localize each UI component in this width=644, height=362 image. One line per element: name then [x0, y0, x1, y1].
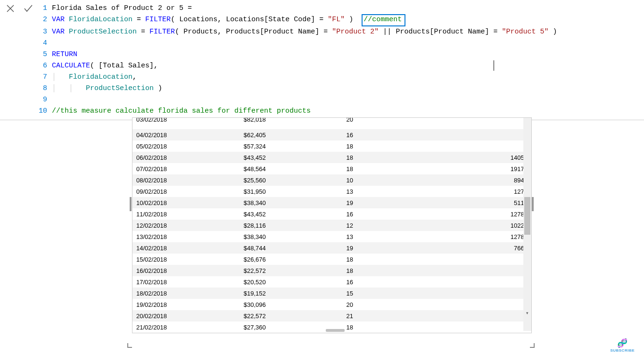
line-number: 7 — [39, 72, 52, 83]
cell-spacer — [357, 276, 469, 288]
cancel-button[interactable] — [6, 4, 15, 13]
inline-comment: //comment — [363, 16, 402, 24]
cell-date: 06/02/2018 — [132, 152, 201, 163]
cell-spacer — [357, 152, 469, 163]
formula-bar: 1 Florida Sales of Product 2 or 5 = 2 VA… — [0, 0, 644, 120]
resize-handle-left[interactable] — [130, 197, 132, 211]
table-row[interactable]: 15/02/2018$26,67618 — [132, 254, 531, 265]
table-row[interactable]: 10/02/2018$38,340195112 — [132, 197, 531, 208]
inline-comment-highlight: //comment — [362, 14, 405, 26]
vertical-scrollbar[interactable] — [523, 118, 531, 331]
table-visual[interactable]: 03/02/2018$82,0182004/02/2018$62,4051605… — [132, 117, 532, 333]
cell-sales: $31,950 — [201, 186, 269, 197]
resize-corner-bottom-right[interactable] — [530, 343, 535, 348]
cell-qty: 12 — [270, 220, 357, 231]
table-row[interactable]: 19/02/2018$30,09620 — [132, 299, 531, 310]
cell-amount — [469, 254, 531, 265]
table-row[interactable]: 07/02/2018$48,5641819170 — [132, 163, 531, 174]
line-number: 10 — [39, 106, 52, 117]
table-row[interactable]: 16/02/2018$22,57218 — [132, 265, 531, 276]
commit-button[interactable] — [24, 4, 33, 13]
table-row[interactable]: 20/02/2018$22,57221 — [132, 310, 531, 321]
cell-spacer — [357, 265, 469, 276]
cell-date: 20/02/2018 — [132, 310, 201, 321]
cell-amount — [469, 299, 531, 310]
cell-qty: 18 — [270, 152, 357, 163]
cell-sales: $43,452 — [201, 208, 269, 220]
cell-amount: 12780 — [469, 231, 531, 242]
cell-spacer — [357, 310, 469, 321]
table-row[interactable]: 09/02/2018$31,950131278 — [132, 186, 531, 197]
cell-sales: $48,744 — [201, 242, 269, 254]
cell-qty: 19 — [270, 242, 357, 254]
cell-qty: 18 — [270, 163, 357, 174]
resize-corner-bottom-left[interactable] — [127, 343, 132, 348]
cell-date: 03/02/2018 — [132, 118, 201, 129]
cell-amount: 8946 — [469, 174, 531, 186]
cell-sales: $38,340 — [201, 197, 269, 208]
col-product-name-1: Products[Product Name] — [226, 28, 319, 36]
cell-sales: $22,572 — [201, 265, 269, 276]
horizontal-scrollbar[interactable] — [132, 328, 523, 333]
table-row[interactable]: 08/02/2018$25,560108946 — [132, 174, 531, 186]
line-number: 1 — [39, 3, 52, 14]
return-keyword: RETURN — [52, 50, 77, 58]
val-product2: "Product 2" — [332, 28, 379, 36]
dna-icon: 🧬 — [610, 338, 635, 348]
line-number: 4 — [39, 38, 52, 49]
table-row[interactable]: 04/02/2018$62,40516 — [132, 129, 531, 140]
cell-date: 11/02/2018 — [132, 208, 201, 220]
line-number: 5 — [39, 49, 52, 60]
dax-code-editor[interactable]: 1 Florida Sales of Product 2 or 5 = 2 VA… — [39, 0, 644, 120]
cell-qty: 10 — [270, 174, 357, 186]
cell-date: 17/02/2018 — [132, 276, 201, 288]
horizontal-scrollbar-thumb[interactable] — [326, 329, 345, 332]
cell-date: 08/02/2018 — [132, 174, 201, 186]
table-row[interactable]: 06/02/2018$43,4521814058 — [132, 152, 531, 163]
table-row[interactable]: 05/02/2018$57,32418 — [132, 140, 531, 152]
measure-name: Florida Sales of Product 2 or 5 — [52, 4, 183, 12]
table-row[interactable]: 18/02/2018$19,15215 — [132, 288, 531, 299]
cell-qty: 18 — [270, 265, 357, 276]
cell-amount: 19170 — [469, 163, 531, 174]
cell-date: 07/02/2018 — [132, 163, 201, 174]
cell-spacer — [357, 118, 469, 129]
table-row[interactable]: 12/02/2018$28,1161210224 — [132, 220, 531, 231]
var-product: ProductSelection — [69, 28, 137, 36]
formula-actions — [0, 0, 39, 120]
cell-qty: 20 — [270, 118, 357, 129]
cell-spacer — [357, 186, 469, 197]
cell-sales: $19,152 — [201, 288, 269, 299]
resize-handle-right[interactable] — [532, 197, 534, 211]
cell-sales: $22,572 — [201, 310, 269, 321]
cell-spacer — [357, 254, 469, 265]
bottom-comment: //this measure calculate florida sales f… — [52, 107, 311, 115]
arg-product: ProductSelection — [86, 84, 154, 92]
cell-amount: 7668 — [469, 242, 531, 254]
cell-qty: 18 — [270, 140, 357, 152]
table-row[interactable]: 13/02/2018$38,3401312780 — [132, 231, 531, 242]
cell-qty: 20 — [270, 299, 357, 310]
scrollbar-down-button[interactable]: ▾ — [523, 309, 531, 317]
cell-amount — [469, 310, 531, 321]
scrollbar-thumb[interactable] — [524, 197, 530, 235]
table-row[interactable]: 17/02/2018$20,52016 — [132, 276, 531, 288]
cell-amount — [469, 118, 531, 129]
table-row[interactable]: 03/02/2018$82,01820 — [132, 118, 531, 129]
cell-date: 19/02/2018 — [132, 299, 201, 310]
line-number: 9 — [39, 94, 52, 106]
cell-spacer — [357, 299, 469, 310]
cell-spacer — [357, 174, 469, 186]
cell-date: 12/02/2018 — [132, 220, 201, 231]
cell-date: 13/02/2018 — [132, 231, 201, 242]
table-row[interactable]: 11/02/2018$43,4521612780 — [132, 208, 531, 220]
table-locations: Locations — [179, 16, 217, 24]
table-row[interactable]: 14/02/2018$48,744197668 — [132, 242, 531, 254]
cell-date: 05/02/2018 — [132, 140, 201, 152]
line-number: 6 — [39, 60, 52, 72]
cell-sales: $25,560 — [201, 174, 269, 186]
text-cursor — [494, 60, 494, 71]
cell-qty: 13 — [270, 231, 357, 242]
cell-date: 04/02/2018 — [132, 129, 201, 140]
cell-date: 15/02/2018 — [132, 254, 201, 265]
